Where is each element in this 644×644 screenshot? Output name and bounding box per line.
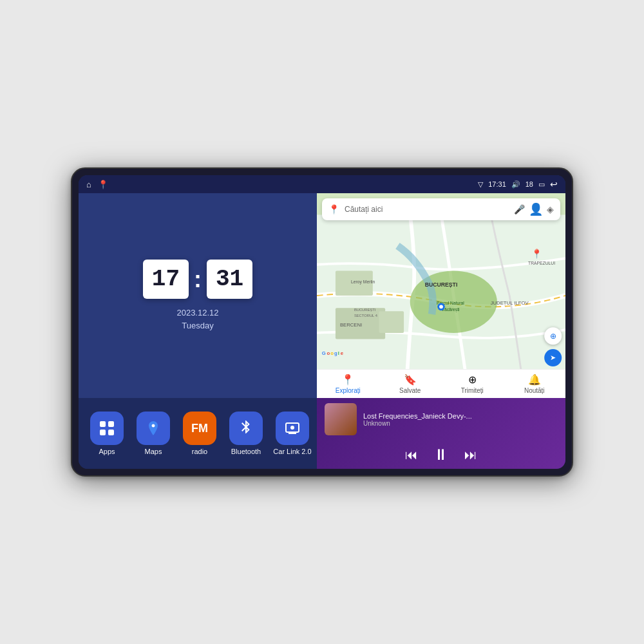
music-player: Lost Frequencies_Janieck Devy-... Unknow…	[317, 398, 565, 469]
saved-label: Salvate	[399, 387, 421, 394]
map-nav-news[interactable]: 🔔 Noutăți	[504, 370, 566, 398]
map-nav-share[interactable]: ⊕ Trimiteți	[441, 370, 504, 398]
svg-point-29	[439, 305, 443, 308]
signal-icon: ▽	[478, 180, 483, 189]
status-bar-right: ▽ 17:31 🔊 18 ▭ ↩	[478, 179, 558, 189]
status-time: 17:31	[488, 180, 506, 188]
clock-colon: :	[194, 266, 202, 293]
saved-icon: 🔖	[404, 374, 417, 386]
right-panel: BUCUREȘTI JUDEȚUL ILFOV BERCENI TRAPEZUL…	[317, 193, 565, 469]
next-button[interactable]: ⏭	[464, 448, 477, 462]
music-info: Lost Frequencies_Janieck Devy-... Unknow…	[325, 403, 558, 435]
svg-text:BUCUREȘTI: BUCUREȘTI	[425, 281, 458, 288]
news-icon: 🔔	[528, 374, 541, 386]
explore-label: Explorați	[336, 387, 361, 394]
map-search-actions: 🎤 👤 ◈	[514, 202, 554, 216]
bluetooth-label: Bluetooth	[231, 448, 261, 455]
svg-rect-1	[108, 421, 114, 427]
svg-point-7	[290, 426, 294, 430]
svg-text:📍: 📍	[531, 249, 542, 260]
maps-icon	[137, 412, 170, 445]
map-logo-icon: 📍	[328, 204, 339, 214]
app-item-carlink[interactable]: Car Link 2.0	[272, 412, 313, 455]
news-label: Noutăți	[524, 387, 545, 394]
album-art	[325, 403, 357, 435]
svg-rect-0	[100, 421, 106, 427]
car-head-unit: ⌂ 📍 ▽ 17:31 🔊 18 ▭ ↩ 17 :	[71, 167, 573, 477]
svg-text:g: g	[334, 350, 337, 356]
share-icon: ⊕	[468, 374, 477, 386]
svg-text:e: e	[341, 350, 344, 356]
svg-text:G: G	[322, 350, 326, 356]
clock-hour: 17	[143, 260, 189, 299]
bluetooth-icon	[229, 412, 263, 445]
layers-icon[interactable]: ◈	[547, 204, 554, 214]
device-screen: ⌂ 📍 ▽ 17:31 🔊 18 ▭ ↩ 17 :	[79, 175, 565, 469]
map-nav-explore[interactable]: 📍 Explorați	[317, 370, 379, 398]
map-widget[interactable]: BUCUREȘTI JUDEȚUL ILFOV BERCENI TRAPEZUL…	[317, 193, 565, 398]
map-nav-saved[interactable]: 🔖 Salvate	[379, 370, 442, 398]
svg-text:➤: ➤	[550, 354, 556, 361]
svg-text:o: o	[327, 350, 330, 356]
voice-search-icon[interactable]: 🎤	[514, 204, 525, 214]
main-content: 17 : 31 2023.12.12 Tuesday	[79, 193, 565, 469]
app-dock: Apps Maps FM	[79, 398, 317, 469]
radio-label: radio	[192, 448, 207, 455]
prev-button[interactable]: ⏮	[405, 448, 418, 462]
music-controls: ⏮ ⏸ ⏭	[325, 446, 558, 464]
svg-text:TRAPEZULUI: TRAPEZULUI	[528, 261, 555, 265]
clock-minute: 31	[207, 260, 252, 299]
svg-text:Leroy Merlin: Leroy Merlin	[351, 279, 375, 285]
svg-rect-2	[100, 430, 106, 435]
clock-widget: 17 : 31 2023.12.12 Tuesday	[79, 193, 317, 398]
status-bar: ⌂ 📍 ▽ 17:31 🔊 18 ▭ ↩	[79, 175, 565, 193]
svg-text:JUDEȚUL ILFOV: JUDEȚUL ILFOV	[491, 300, 529, 306]
battery-level: 18	[526, 180, 533, 188]
app-item-radio[interactable]: FM radio	[179, 412, 220, 455]
svg-text:⊕: ⊕	[550, 332, 556, 340]
svg-text:l: l	[338, 350, 339, 356]
status-bar-left: ⌂ 📍	[86, 180, 108, 189]
clock-display: 17 : 31	[143, 260, 252, 299]
apps-label: Apps	[99, 448, 115, 455]
maps-nav-icon[interactable]: 📍	[98, 180, 108, 189]
app-item-maps[interactable]: Maps	[133, 412, 174, 455]
carlink-label: Car Link 2.0	[273, 448, 311, 455]
battery-icon: ▭	[538, 180, 545, 189]
app-item-bluetooth[interactable]: Bluetooth	[225, 412, 267, 455]
svg-text:SECTORUL 4: SECTORUL 4	[354, 314, 378, 317]
left-panel: 17 : 31 2023.12.12 Tuesday	[79, 193, 317, 469]
home-icon[interactable]: ⌂	[86, 180, 91, 189]
share-label: Trimiteți	[461, 387, 484, 394]
music-text: Lost Frequencies_Janieck Devy-... Unknow…	[363, 412, 558, 427]
radio-icon: FM	[183, 412, 216, 445]
volume-icon: 🔊	[511, 180, 520, 189]
svg-rect-3	[108, 430, 114, 435]
maps-label: Maps	[145, 448, 162, 455]
carlink-icon	[276, 412, 309, 445]
svg-text:BUCUREȘTI: BUCUREȘTI	[354, 308, 376, 312]
play-pause-button[interactable]: ⏸	[433, 446, 449, 464]
svg-text:o: o	[330, 350, 334, 356]
apps-icon	[90, 412, 124, 445]
explore-icon: 📍	[341, 374, 354, 386]
map-search-text[interactable]: Căutați aici	[345, 205, 509, 214]
map-bottom-nav: 📍 Explorați 🔖 Salvate ⊕ Trimiteți 🔔	[317, 369, 565, 398]
app-item-apps[interactable]: Apps	[86, 412, 128, 455]
account-icon[interactable]: 👤	[529, 202, 543, 216]
clock-date: 2023.12.12 Tuesday	[176, 307, 218, 332]
svg-text:BERCENI: BERCENI	[340, 322, 362, 328]
music-artist: Unknown	[363, 420, 558, 427]
svg-rect-12	[379, 311, 404, 333]
music-title: Lost Frequencies_Janieck Devy-...	[363, 412, 558, 420]
back-icon[interactable]: ↩	[550, 179, 558, 189]
map-search-bar[interactable]: 📍 Căutați aici 🎤 👤 ◈	[322, 198, 560, 220]
